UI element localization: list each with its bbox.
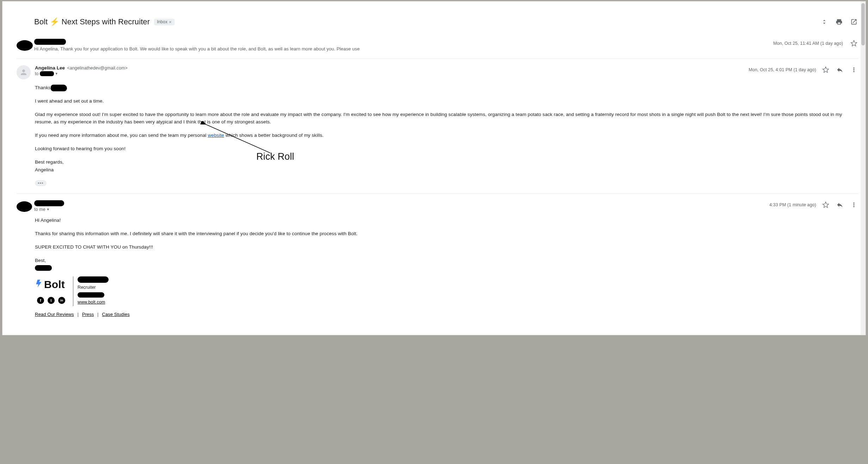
expand-recipients-icon[interactable]: ▼ xyxy=(55,72,58,75)
subject-emoji-lightning: ⚡ xyxy=(50,17,59,26)
redacted-avatar xyxy=(17,201,32,212)
toolbar-edge xyxy=(2,1,866,6)
body-p3: SUPER EXCITED TO CHAT WITH YOU on Thursd… xyxy=(35,244,858,251)
timestamp: 4:33 PM (1 minute ago) xyxy=(769,202,816,207)
subject-suffix: Next Steps with Recruiter xyxy=(61,17,150,26)
annotation-label: Rick Roll xyxy=(256,151,294,162)
more-menu-icon[interactable] xyxy=(849,200,858,209)
timestamp: Mon, Oct 25, 11:41 AM (1 day ago) xyxy=(773,41,843,46)
email-subject: Bolt ⚡ Next Steps with Recruiter Inbox × xyxy=(34,17,175,26)
body-p2: Glad my experience stood out! I'm super … xyxy=(35,111,858,126)
reply-icon[interactable] xyxy=(835,65,844,74)
subject-prefix: Bolt xyxy=(34,17,48,26)
expanded-message-2: Angelina Lee <angelinathedev@gmail.com> … xyxy=(17,59,858,194)
bolt-logo-mark xyxy=(35,277,44,292)
facebook-icon[interactable]: f xyxy=(37,297,44,304)
sender-email: <angelinathedev@gmail.com> xyxy=(67,66,128,71)
reviews-link[interactable]: Read Our Reviews xyxy=(35,312,74,317)
redacted-sender-name xyxy=(34,39,66,45)
show-trimmed-content-button[interactable]: ••• xyxy=(35,180,47,186)
signature-links: Read Our Reviews | Press | Case Studies xyxy=(35,311,858,318)
expand-all-icon[interactable] xyxy=(820,17,829,26)
redacted-signoff-name xyxy=(35,265,52,271)
open-new-window-icon[interactable] xyxy=(849,17,858,26)
body-p2: Thanks for sharing this information with… xyxy=(35,230,858,238)
label-remove-icon[interactable]: × xyxy=(169,19,172,25)
twitter-icon[interactable]: t xyxy=(48,297,55,304)
message-body: Thanks I went ahead and set out a time. … xyxy=(35,79,858,190)
to-prefix: to me xyxy=(34,207,45,212)
expand-recipients-icon[interactable]: ▼ xyxy=(47,208,50,211)
message-body: Hi Angelina! Thanks for sharing this inf… xyxy=(35,212,858,321)
sig-url-link[interactable]: www.bolt.com xyxy=(78,299,109,306)
redacted-recipient xyxy=(40,71,54,76)
print-icon[interactable] xyxy=(835,17,844,26)
signoff-1: Best regards, xyxy=(35,159,858,166)
redacted-name-inline xyxy=(51,85,67,91)
star-icon[interactable] xyxy=(849,39,858,48)
redacted-sig-name xyxy=(78,276,109,283)
vertical-scrollbar[interactable] xyxy=(861,1,866,335)
expanded-message-3: to me ▼ 4:33 PM (1 minute ago) Hi Angeli… xyxy=(17,194,858,324)
collapsed-message-1[interactable]: Hi Angelina, Thank you for your applicat… xyxy=(17,35,858,59)
timestamp: Mon, Oct 25, 4:01 PM (1 day ago) xyxy=(749,67,817,72)
to-prefix: to xyxy=(35,71,39,76)
body-thanks: Thanks xyxy=(35,84,51,92)
star-icon[interactable] xyxy=(821,200,830,209)
label-text: Inbox xyxy=(157,19,167,24)
message-preview: Hi Angelina, Thank you for your applicat… xyxy=(34,46,773,51)
redacted-avatar xyxy=(17,40,33,51)
case-studies-link[interactable]: Case Studies xyxy=(102,312,130,317)
press-link[interactable]: Press xyxy=(82,312,94,317)
bolt-logo-text: Bolt xyxy=(44,276,65,293)
sig-role: Recruiter xyxy=(78,284,109,291)
inbox-label-chip[interactable]: Inbox × xyxy=(154,19,175,25)
reply-icon[interactable] xyxy=(835,200,844,209)
email-signature: Bolt f t in Recruiter www.bolt.com xyxy=(35,276,858,306)
linkedin-icon[interactable]: in xyxy=(58,297,65,304)
sender-name: Angelina Lee xyxy=(35,65,65,71)
redacted-sender-name xyxy=(34,200,64,206)
website-link[interactable]: website xyxy=(208,133,224,138)
signoff-2: Angelina xyxy=(35,166,858,174)
recipient-line[interactable]: to me ▼ xyxy=(34,207,769,212)
body-p1: I went ahead and set out a time. xyxy=(35,98,858,105)
body-p3: If you need any more information about m… xyxy=(35,132,858,139)
body-p4: Looking forward to hearing from you soon… xyxy=(35,145,858,153)
star-icon[interactable] xyxy=(821,65,830,74)
body-p4: Best, xyxy=(35,257,858,264)
body-p1: Hi Angelina! xyxy=(35,217,858,224)
bolt-logo: Bolt xyxy=(35,276,65,293)
more-menu-icon[interactable] xyxy=(849,65,858,74)
redacted-sig-address xyxy=(78,292,104,298)
default-avatar-icon xyxy=(17,65,31,79)
recipient-line[interactable]: to ▼ xyxy=(35,71,749,76)
